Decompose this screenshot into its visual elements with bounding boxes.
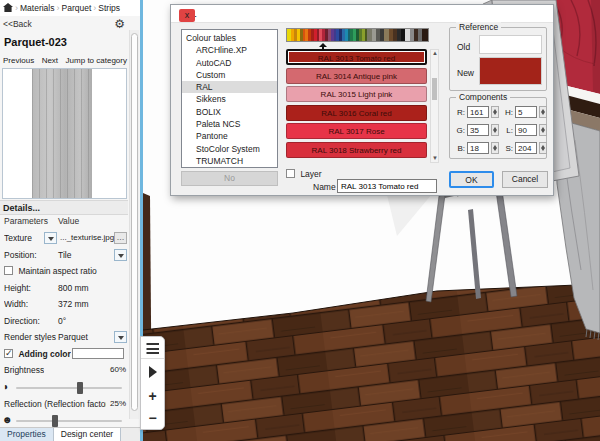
swatch-ral-3014[interactable]: RAL 3014 Antique pink <box>286 68 427 84</box>
adding-color-swatch[interactable] <box>72 348 124 359</box>
render-styles-dropdown-button[interactable] <box>114 331 127 343</box>
r-input[interactable]: 161 <box>467 106 489 118</box>
brightness-slider-handle[interactable] <box>77 382 83 394</box>
param-row-maintain-aspect: Maintain aspect ratio <box>0 264 128 278</box>
h-input[interactable]: 5 <box>515 106 537 118</box>
name-input[interactable] <box>337 179 437 193</box>
tab-design-center[interactable]: Design center <box>54 428 121 441</box>
swatch-ral-3013[interactable]: RAL 3013 Tomato red <box>286 49 427 65</box>
back-link[interactable]: <<Back <box>3 19 32 29</box>
brightness-slider-row: ◑ <box>0 380 128 395</box>
next-link[interactable]: Next <box>42 56 58 65</box>
param-row-position: Position: Tile <box>0 248 128 262</box>
g-input[interactable]: 35 <box>467 124 489 136</box>
details-header[interactable]: Details... <box>0 200 128 215</box>
jump-to-category-link[interactable]: Jump to category <box>66 56 127 65</box>
b-input[interactable]: 18 <box>467 142 489 154</box>
colour-tables-list[interactable]: Colour tables ARCHline.XP AutoCAD Custom… <box>181 29 278 168</box>
ok-button[interactable]: OK <box>449 171 494 188</box>
s-spinner[interactable] <box>539 142 547 154</box>
scroll-up-icon[interactable]: ▲ <box>432 51 437 56</box>
layer-label: Layer <box>300 169 321 179</box>
swatch-scrollbar-thumb[interactable] <box>432 78 437 100</box>
l-spinner[interactable] <box>539 124 547 136</box>
zoom-out-button[interactable]: − <box>141 407 164 429</box>
breadcrumb-parquet[interactable]: Parquet <box>61 3 91 13</box>
gear-icon[interactable]: ⚙ <box>114 19 125 29</box>
colour-table-stocolor[interactable]: StoColor System <box>182 143 277 155</box>
cancel-button[interactable]: Cancel <box>502 171 548 188</box>
reference-group-title: Reference <box>456 22 501 32</box>
no-button[interactable]: No <box>181 171 278 186</box>
breadcrumb-strips[interactable]: Strips <box>98 3 120 13</box>
colour-table-custom[interactable]: Custom <box>182 69 277 81</box>
panel-scrollbar[interactable] <box>129 30 139 419</box>
color-spectrum-strip[interactable] <box>286 28 429 42</box>
direction-label: Direction: <box>4 316 40 326</box>
colour-tables-root[interactable]: Colour tables <box>182 32 277 44</box>
previous-link[interactable]: Previous <box>3 56 34 65</box>
tab-properties[interactable]: Properties <box>0 428 54 441</box>
close-icon[interactable]: x <box>179 9 195 22</box>
reflection-slider-handle[interactable] <box>52 415 58 427</box>
texture-dropdown-button[interactable] <box>44 232 57 244</box>
colour-table-autocad[interactable]: AutoCAD <box>182 57 277 69</box>
panel-scrollbar-thumb[interactable] <box>131 33 138 411</box>
minus-icon: − <box>148 413 156 423</box>
colour-table-archlinexp[interactable]: ARCHline.XP <box>182 44 277 56</box>
param-row-reflection: Reflection (Reflection factor, Min 25% <box>0 397 128 411</box>
component-field-h: H: 5 <box>503 106 547 118</box>
scroll-down-icon[interactable]: ▼ <box>432 156 437 161</box>
swatch-label: RAL 3015 Light pink <box>321 90 393 99</box>
s-label: S: <box>503 144 513 153</box>
width-label: Width: <box>4 299 28 309</box>
g-spinner[interactable] <box>491 124 499 136</box>
adding-color-checkbox[interactable] <box>4 349 13 358</box>
layer-row: Layer <box>286 169 322 179</box>
component-field-b: B: 18 <box>455 142 499 154</box>
l-input[interactable]: 90 <box>515 124 537 136</box>
zoom-in-button[interactable]: + <box>141 385 164 407</box>
r-spinner[interactable] <box>491 106 499 118</box>
colour-table-pantone[interactable]: Pantone <box>182 130 277 142</box>
dialog-title-bar[interactable]: RAL x <box>171 5 553 23</box>
swatch-label: RAL 3014 Antique pink <box>316 72 397 81</box>
colour-table-paleta-ncs[interactable]: Paleta NCS <box>182 118 277 130</box>
brightness-icon: ◑ <box>2 381 8 392</box>
reflection-slider[interactable] <box>16 420 122 422</box>
param-row-direction: Direction: 0° <box>0 314 128 328</box>
texture-preview[interactable] <box>2 68 127 199</box>
texture-browse-button[interactable]: … <box>114 232 127 244</box>
swatch-ral-3016[interactable]: RAL 3016 Coral red <box>286 105 427 121</box>
g-label: G: <box>455 126 465 135</box>
reflection-value: 25% <box>110 399 126 408</box>
colour-table-bolix[interactable]: BOLIX <box>182 106 277 118</box>
s-input[interactable]: 204 <box>515 142 537 154</box>
swatch-label: RAL 3018 Strawberry red <box>312 146 402 155</box>
param-row-width: Width: 372 mm <box>0 297 128 311</box>
layer-list-button[interactable] <box>141 337 164 359</box>
old-color-swatch <box>479 35 542 54</box>
home-icon[interactable] <box>3 3 13 13</box>
position-dropdown-button[interactable] <box>114 249 127 261</box>
reflection-icon: ☻ <box>2 414 13 425</box>
maintain-aspect-checkbox[interactable] <box>4 266 13 275</box>
old-label: Old <box>457 42 470 52</box>
brightness-slider[interactable] <box>16 387 122 389</box>
component-field-s: S: 204 <box>503 142 547 154</box>
colour-table-ral[interactable]: RAL <box>182 81 277 93</box>
adding-color-label: Adding color <box>18 349 70 359</box>
r-label: R: <box>455 108 465 117</box>
swatch-list-scrollbar[interactable]: ▲ ▼ <box>430 49 439 163</box>
colour-table-trumatch[interactable]: TRUMATCH <box>182 155 277 167</box>
swatch-label: RAL 3017 Rose <box>328 127 384 136</box>
swatch-ral-3015[interactable]: RAL 3015 Light pink <box>286 86 427 102</box>
h-spinner[interactable] <box>539 106 547 118</box>
breadcrumb-materials[interactable]: Materials <box>20 3 54 13</box>
colour-table-sikkens[interactable]: Sikkens <box>182 93 277 105</box>
swatch-ral-3017[interactable]: RAL 3017 Rose <box>286 123 427 139</box>
layer-checkbox[interactable] <box>286 169 295 178</box>
swatch-ral-3018[interactable]: RAL 3018 Strawberry red <box>286 142 427 158</box>
play-button[interactable] <box>141 359 164 385</box>
b-spinner[interactable] <box>491 142 499 154</box>
